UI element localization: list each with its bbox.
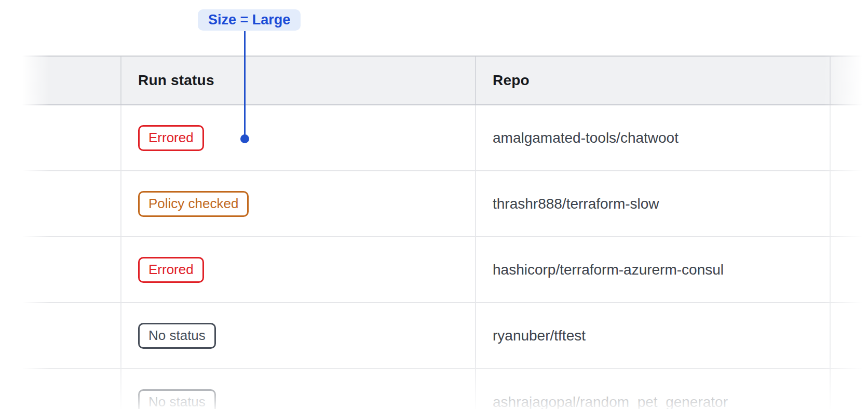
cell-run-status[interactable]: Errored xyxy=(120,105,475,170)
cell-empty xyxy=(0,237,120,302)
status-badge: Errored xyxy=(138,257,204,283)
repo-name: ashrajagopal/random_pet_generator xyxy=(493,394,728,409)
repo-name: ryanuber/tftest xyxy=(493,328,586,344)
status-badge: No status xyxy=(138,323,216,349)
repo-name: thrashr888/terraform-slow xyxy=(493,196,659,212)
cell-run-status[interactable]: Policy checked xyxy=(120,171,475,236)
cell-cutoff xyxy=(830,171,868,236)
cell-empty xyxy=(0,369,120,409)
annotation-pointer-dot xyxy=(240,134,249,143)
cell-repo[interactable]: ryanuber/tftest xyxy=(475,303,830,368)
cell-cutoff xyxy=(830,303,868,368)
status-badge: Errored xyxy=(138,125,204,151)
table-row[interactable]: No status ryanuber/tftest xyxy=(0,303,868,369)
cell-repo[interactable]: hashicorp/terraform-azurerm-consul xyxy=(475,237,830,302)
table-row[interactable]: No status ashrajagopal/random_pet_genera… xyxy=(0,369,868,409)
status-badge: Policy checked xyxy=(138,191,249,217)
cell-repo[interactable]: amalgamated-tools/chatwoot xyxy=(475,105,830,170)
cell-empty xyxy=(0,171,120,236)
runs-table: Run status Repo Errored amalgamated-tool… xyxy=(0,56,868,409)
cell-empty xyxy=(0,105,120,170)
column-header-cutoff xyxy=(830,57,868,104)
cell-repo[interactable]: thrashr888/terraform-slow xyxy=(475,171,830,236)
table-row[interactable]: Errored hashicorp/terraform-azurerm-cons… xyxy=(0,237,868,303)
column-header-empty xyxy=(0,57,120,104)
page: Run status Repo Errored amalgamated-tool… xyxy=(0,0,868,409)
column-header-run-status[interactable]: Run status xyxy=(120,57,475,104)
cell-run-status[interactable]: Errored xyxy=(120,237,475,302)
cell-empty xyxy=(0,303,120,368)
cell-cutoff xyxy=(830,237,868,302)
repo-name: hashicorp/terraform-azurerm-consul xyxy=(493,262,724,278)
size-annotation-label: Size = Large xyxy=(198,9,301,31)
cell-repo[interactable]: ashrajagopal/random_pet_generator xyxy=(475,369,830,409)
status-badge: No status xyxy=(138,389,216,409)
repo-name: amalgamated-tools/chatwoot xyxy=(493,130,679,146)
cell-cutoff xyxy=(830,369,868,409)
column-header-repo[interactable]: Repo xyxy=(475,57,830,104)
cell-run-status[interactable]: No status xyxy=(120,303,475,368)
table-row[interactable]: Policy checked thrashr888/terraform-slow xyxy=(0,171,868,237)
cell-run-status[interactable]: No status xyxy=(120,369,475,409)
table-header-row: Run status Repo xyxy=(0,56,868,105)
cell-cutoff xyxy=(830,105,868,170)
annotation-pointer-line xyxy=(244,31,246,139)
table-row[interactable]: Errored amalgamated-tools/chatwoot xyxy=(0,105,868,171)
